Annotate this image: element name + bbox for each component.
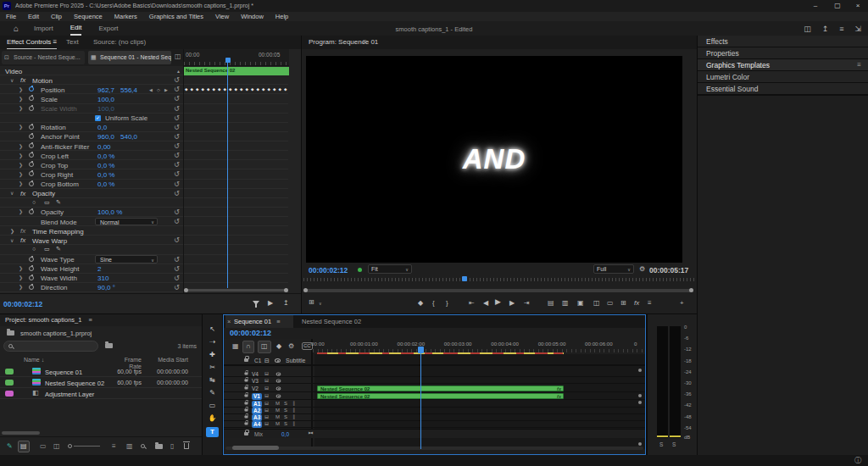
track-id[interactable]: A4: [252, 421, 262, 428]
audio-track-a1[interactable]: A1⊟MS∥: [224, 401, 645, 408]
rect-mask-icon[interactable]: ▭: [44, 246, 50, 252]
stopwatch-icon[interactable]: [29, 106, 34, 111]
settings-grid-icon[interactable]: ⊞: [309, 299, 314, 306]
property-value[interactable]: 0,00: [97, 143, 111, 152]
track-insert-icon[interactable]: ⊟: [264, 386, 269, 391]
stopwatch-icon[interactable]: [29, 96, 34, 101]
search-icon[interactable]: [141, 444, 145, 448]
stopwatch-icon[interactable]: [29, 143, 34, 148]
reset-icon[interactable]: ↺: [174, 284, 180, 292]
step-forward-icon[interactable]: ▶: [509, 299, 515, 308]
mute-icon[interactable]: M: [275, 401, 280, 407]
menu-file[interactable]: File: [0, 13, 22, 20]
timeline-ruler[interactable]: :00:0000:00:01:0000:00:02:0000:00:03:000…: [313, 339, 645, 352]
property-value[interactable]: 2: [97, 265, 101, 274]
expand-icon[interactable]: ❯: [19, 275, 23, 281]
reset-icon[interactable]: ↺: [174, 76, 180, 85]
safe-margins-icon[interactable]: ▭: [607, 299, 614, 308]
property-value[interactable]: 0,0 %: [97, 153, 114, 161]
keyframe-icon[interactable]: ◆: [273, 87, 275, 92]
menu-sequence[interactable]: Sequence: [68, 13, 108, 20]
clip-tab-sequence[interactable]: ▦ Sequence 01 - Nested Seque...: [88, 51, 171, 64]
keyframe-icon[interactable]: ◆: [207, 87, 209, 92]
scrollbar-handle-right[interactable]: [284, 288, 288, 292]
video-track-v2[interactable]: V2⊟Nested Sequence 02fx: [224, 386, 645, 392]
panel-tab-essential-sound[interactable]: Essential Sound: [698, 83, 868, 95]
project-panel-header[interactable]: Project: smooth captions_1 ≡: [0, 314, 202, 326]
pen-mask-icon[interactable]: ✎: [56, 199, 61, 206]
workspace-tab-edit[interactable]: Edit: [70, 21, 82, 36]
timeline-clip[interactable]: Nested Sequence 02fx: [317, 393, 564, 399]
solo-icon[interactable]: S: [284, 401, 287, 407]
track-insert-icon[interactable]: ⊟: [264, 414, 269, 420]
pen-mask-icon[interactable]: ✎: [56, 246, 61, 252]
stopwatch-icon[interactable]: [29, 125, 34, 130]
solo-icon[interactable]: S: [284, 408, 287, 413]
lock-icon[interactable]: [245, 386, 248, 389]
track-insert-icon[interactable]: ⊟: [264, 401, 269, 407]
extract-icon[interactable]: ▥: [562, 299, 569, 308]
freeform-view-icon[interactable]: ◫: [53, 442, 60, 451]
reset-icon[interactable]: ↺: [174, 218, 180, 226]
panel-menu-icon[interactable]: ≡: [276, 318, 280, 325]
mix-collapse-icon[interactable]: ▶◀: [309, 431, 312, 435]
reset-icon[interactable]: ↺: [174, 152, 180, 160]
project-item-nested-sequence-02[interactable]: Nested Sequence 0260,00 fps00:00:00:00: [0, 377, 202, 388]
track-id[interactable]: V3: [252, 378, 259, 385]
reset-icon[interactable]: ↺: [174, 95, 180, 103]
stopwatch-icon[interactable]: [29, 162, 34, 167]
property-value[interactable]: 556,4: [120, 86, 137, 95]
lock-icon[interactable]: [244, 432, 248, 435]
fullscreen-icon[interactable]: ⇲: [854, 25, 861, 34]
wrench-icon[interactable]: ⚙: [639, 266, 645, 273]
label-swatch[interactable]: [5, 369, 14, 374]
vertical-scroll-handle[interactable]: [638, 394, 642, 397]
menu-graphics-and-titles[interactable]: Graphics and Titles: [143, 13, 209, 20]
audio-track-a2[interactable]: A2⊟MS∥: [224, 408, 645, 414]
go-to-in-icon[interactable]: ⇤: [469, 299, 475, 308]
play-icon[interactable]: ▶: [495, 297, 501, 307]
menu-clip[interactable]: Clip: [45, 13, 68, 20]
track-insert-icon[interactable]: ⊟: [264, 421, 269, 427]
tab-source[interactable]: Source: (no clips): [93, 38, 146, 47]
track-id[interactable]: V2: [252, 386, 259, 392]
track-insert-icon[interactable]: ⊟: [264, 393, 269, 399]
zoom-slider-track[interactable]: [74, 446, 100, 447]
razor-tool[interactable]: ✂: [203, 363, 222, 374]
dropdown-blend-mode[interactable]: Normal∨: [95, 218, 158, 226]
keyframe-icon[interactable]: ◆: [279, 87, 281, 92]
keyframe-icon[interactable]: ◆: [213, 87, 215, 92]
checkbox[interactable]: ✓: [95, 115, 101, 121]
property-value[interactable]: 962,7: [97, 86, 114, 95]
track-id[interactable]: V4: [252, 371, 259, 378]
keyframe-icon[interactable]: ◆: [262, 87, 264, 92]
mute-icon[interactable]: M: [275, 408, 280, 413]
slip-tool[interactable]: ↹: [203, 376, 222, 387]
project-item-adjustment-layer[interactable]: ◧Adjustment Layer: [0, 388, 202, 399]
home-icon[interactable]: ⌂: [14, 24, 19, 34]
lock-icon[interactable]: [245, 408, 248, 411]
caret-down-icon[interactable]: ∨: [10, 78, 14, 84]
add-icon[interactable]: +: [680, 299, 684, 308]
caret-down-icon[interactable]: ∨: [10, 238, 14, 244]
stopwatch-icon[interactable]: [29, 285, 34, 290]
expand-icon[interactable]: ❯: [19, 181, 23, 187]
stopwatch-icon[interactable]: [29, 181, 34, 186]
lock-icon[interactable]: [245, 402, 248, 404]
expand-icon[interactable]: ❯: [19, 163, 23, 169]
caret-right-icon[interactable]: ❯: [10, 229, 14, 235]
property-value[interactable]: 0,0 %: [97, 180, 114, 189]
kf-next-icon[interactable]: ▶: [164, 87, 168, 92]
lock-icon[interactable]: [245, 394, 248, 397]
menu-markers[interactable]: Markers: [108, 13, 143, 20]
dropdown-wave-type[interactable]: Sine∨: [95, 255, 158, 264]
keyframe-icon[interactable]: ◆: [202, 87, 204, 92]
panel-menu-icon[interactable]: ≡: [857, 62, 861, 69]
mini-playhead-marker[interactable]: [225, 58, 231, 63]
panel-tab-effects[interactable]: Effects: [698, 36, 868, 47]
split-view-icon[interactable]: ◫: [175, 53, 181, 61]
nested-sequence-icon[interactable]: ▦: [232, 342, 239, 351]
expand-icon[interactable]: ❯: [19, 266, 23, 272]
workspace-tab-export[interactable]: Export: [98, 22, 118, 35]
program-scrollbar[interactable]: [303, 289, 693, 292]
